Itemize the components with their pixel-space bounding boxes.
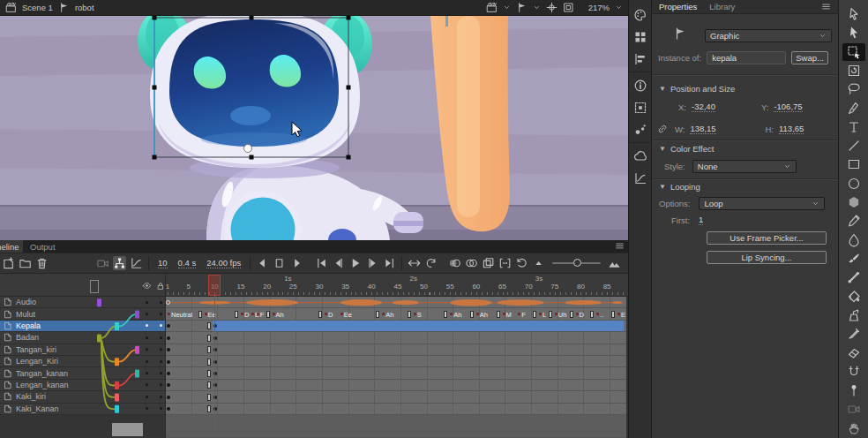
subselection-tool[interactable]: [842, 24, 865, 42]
tab-timeline[interactable]: Timeline: [0, 240, 23, 253]
audio-keyframe-marker[interactable]: [166, 300, 170, 305]
layer-frames-badan[interactable]: [166, 332, 626, 344]
first-frame-value[interactable]: 1: [699, 215, 703, 225]
go-last-frame-icon[interactable]: [383, 256, 396, 270]
span-end-marker[interactable]: [207, 359, 211, 366]
playhead-marker[interactable]: [208, 275, 221, 296]
empty-frame-marker[interactable]: [408, 311, 411, 318]
transform-point[interactable]: [244, 145, 252, 153]
empty-frame-marker[interactable]: [376, 311, 379, 318]
keyframe-dot[interactable]: [167, 396, 170, 399]
panel-menu-icon[interactable]: [821, 2, 831, 11]
tab-output[interactable]: Output: [23, 240, 63, 253]
h-value[interactable]: 113,65: [779, 124, 804, 134]
mouth-keyframe-dot[interactable]: [503, 313, 505, 315]
timeline-zoom-in-icon[interactable]: [608, 256, 621, 270]
eraser-tool[interactable]: [842, 344, 865, 361]
layer-name[interactable]: Mulut: [16, 310, 35, 319]
clip-content-icon[interactable]: [563, 2, 574, 13]
layer-lock-dot[interactable]: [160, 348, 162, 351]
playhead-line[interactable]: [214, 296, 215, 433]
layer-row-mulut[interactable]: Mulut: [0, 308, 166, 320]
w-value[interactable]: 138,15: [690, 124, 715, 134]
span-end-marker[interactable]: [207, 381, 211, 389]
scene-name[interactable]: Scene 1: [22, 3, 53, 12]
next-frame-icon[interactable]: [366, 256, 379, 270]
pencil-tool[interactable]: [842, 212, 865, 230]
onion-skin-outlines-icon[interactable]: [465, 256, 478, 270]
loop-frame-icon[interactable]: [273, 256, 286, 270]
empty-frame-marker[interactable]: [549, 311, 552, 318]
layer-row-badan[interactable]: Badan: [0, 332, 166, 344]
layer-name[interactable]: Audio: [16, 298, 36, 306]
reset-timeline-zoom-icon[interactable]: [515, 256, 528, 270]
mouth-keyframe-dot[interactable]: [576, 313, 579, 315]
mouth-keyframe-dot[interactable]: [382, 313, 385, 315]
ink-bottle-tool[interactable]: [842, 306, 865, 324]
style-dropdown[interactable]: None: [692, 160, 797, 173]
layer-row-kepala[interactable]: Kepala: [0, 321, 166, 332]
stage-zoom-caret-icon[interactable]: [615, 4, 623, 11]
layer-frames-lengan_kiri[interactable]: [166, 356, 626, 367]
instance-name-field[interactable]: kepala: [707, 51, 786, 64]
empty-frame-marker[interactable]: [497, 311, 500, 318]
layer-visibility-dot[interactable]: [146, 336, 148, 339]
rectangle-tool[interactable]: [842, 155, 865, 173]
layer-row-kaki_kiri[interactable]: Kaki_kiri: [0, 391, 166, 403]
span-end-marker[interactable]: [207, 405, 211, 412]
span-end-marker[interactable]: [207, 394, 211, 401]
swatches-panel-button[interactable]: [629, 26, 651, 48]
span-end-marker[interactable]: [207, 322, 211, 329]
mouth-keyframe-dot[interactable]: [476, 313, 479, 315]
timeline-menu-icon[interactable]: [615, 241, 625, 251]
mouth-keyframe-dot[interactable]: [414, 313, 416, 315]
lock-aspect-icon[interactable]: [657, 124, 668, 134]
current-frame-readout[interactable]: 10: [158, 258, 168, 268]
y-value[interactable]: -106,75: [774, 102, 802, 112]
text-tool[interactable]: [842, 118, 865, 136]
modify-markers-icon[interactable]: [498, 256, 512, 270]
layer-frames-tangan_kiri[interactable]: [166, 344, 626, 356]
classic-brush-tool[interactable]: [842, 250, 865, 268]
mouth-keyframe-dot[interactable]: [539, 313, 542, 315]
layer-name[interactable]: Kaki_kiri: [16, 392, 46, 401]
info-panel-button[interactable]: [629, 74, 651, 96]
layer-name[interactable]: Lengan_kanan: [16, 381, 69, 389]
x-value[interactable]: -32,40: [692, 102, 715, 112]
layer-visibility-dot[interactable]: [146, 324, 148, 327]
swap-button[interactable]: Swap...: [791, 51, 828, 64]
keyframe-dot[interactable]: [167, 324, 170, 328]
frame-rate-readout[interactable]: 24.00 fps: [206, 258, 241, 268]
fluid-brush-tool[interactable]: [842, 231, 865, 249]
layer-name[interactable]: Kepala: [16, 321, 41, 330]
layer-visibility-dot[interactable]: [146, 348, 148, 351]
layer-lock-dot[interactable]: [160, 396, 162, 398]
tab-properties[interactable]: Properties: [659, 2, 697, 11]
stage-canvas[interactable]: [0, 16, 628, 240]
layer-lock-dot[interactable]: [160, 383, 162, 386]
camera-tool[interactable]: [842, 400, 865, 418]
puppet-pin-tool[interactable]: [842, 381, 865, 399]
layer-visibility-dot[interactable]: [146, 360, 148, 363]
lock-column-icon[interactable]: [156, 282, 165, 291]
cc-libraries-panel-button[interactable]: [629, 145, 651, 167]
play-icon[interactable]: [348, 256, 362, 270]
layer-name[interactable]: Kaki_Kanan: [16, 404, 59, 413]
mouth-keyframe-dot[interactable]: [241, 313, 243, 315]
empty-frame-marker[interactable]: [590, 311, 594, 318]
keyframe-dot[interactable]: [167, 383, 170, 387]
mouth-keyframe-dot[interactable]: [340, 313, 343, 315]
layer-lock-dot[interactable]: [160, 336, 162, 339]
section-color-effect[interactable]: ▼Color Effect: [659, 144, 846, 154]
go-first-frame-icon[interactable]: [315, 256, 328, 270]
gradient-transform-tool[interactable]: [842, 62, 865, 79]
color-panel-button[interactable]: [629, 4, 651, 26]
step-back-icon[interactable]: [256, 256, 269, 270]
empty-frame-marker[interactable]: [570, 311, 573, 318]
layer-visibility-dot[interactable]: [146, 301, 148, 304]
step-forward-icon[interactable]: [290, 256, 303, 270]
empty-frame-marker[interactable]: [318, 311, 322, 318]
empty-frame-marker[interactable]: [198, 311, 202, 318]
layer-row-audio[interactable]: Audio: [0, 297, 166, 308]
empty-frame-marker[interactable]: [266, 311, 270, 318]
